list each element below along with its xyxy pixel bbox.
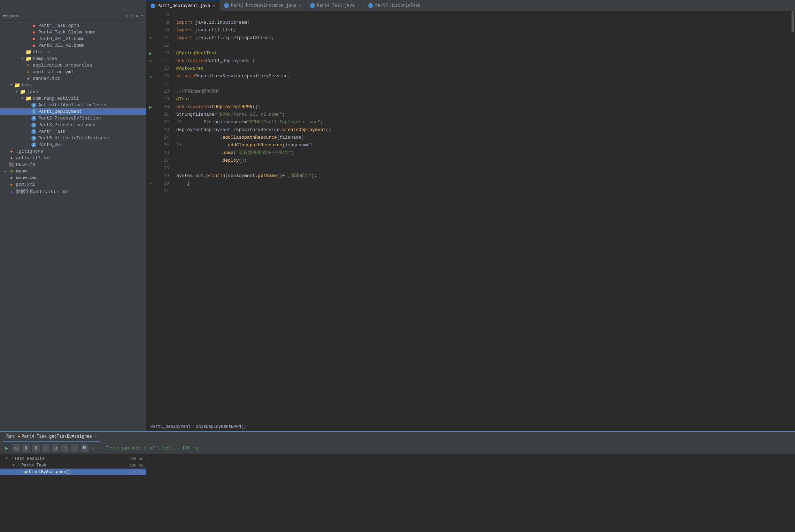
line-num-15: 15 — [156, 65, 169, 72]
tree-label-2: Part6_UEL_V1.bpmn — [38, 36, 85, 41]
tab-close-part3[interactable]: × — [299, 3, 301, 8]
tree-item-19[interactable]: ◆.gitignore — [0, 148, 146, 155]
scroll-indicator[interactable] — [791, 11, 795, 422]
code-line-9: import java.io.InputStream; — [176, 19, 791, 26]
tree-item-11[interactable]: ▼📁com.rang.activiti — [0, 95, 146, 102]
run-tab-active[interactable]: Run: ◆ Part4_Task.getTaskByAssignee × — [3, 432, 100, 442]
run-arrow-1: ▼ — [13, 463, 17, 467]
tree-item-8[interactable]: ◆banner.txt — [0, 75, 146, 82]
tree-label-24: pom.xml — [16, 182, 35, 187]
run-label: Run: — [6, 434, 16, 439]
tree-label-23: mvnw.cmd — [16, 175, 38, 180]
run-time-0: 196 ms — [129, 457, 143, 461]
run-test-icon[interactable]: ▶ — [149, 104, 152, 110]
tree-item-9[interactable]: ▼📁test — [0, 82, 146, 88]
tree-item-21[interactable]: MDHELP.md — [0, 161, 146, 168]
run-tab-close[interactable]: × — [95, 434, 97, 439]
code-line-19: @Test — [176, 95, 791, 103]
tree-label-22: mvnw — [16, 169, 27, 174]
gutter-line-24 — [146, 134, 155, 141]
tree-item-17[interactable]: CPart5_HistoricTaskInstance — [0, 135, 146, 141]
run-filter-button[interactable]: ⊟ — [52, 444, 59, 452]
tree-item-7[interactable]: ⚙application.yml — [0, 69, 146, 75]
tab-icon-part1 — [150, 3, 155, 8]
run-icon2[interactable]: ↻ — [149, 59, 152, 64]
run-up-button[interactable]: ↑ — [61, 444, 69, 452]
tree-arrow-22: ▶ — [3, 169, 8, 174]
code-line-17 — [176, 80, 791, 88]
gutter-line-25 — [146, 141, 155, 149]
tree-label-16: Part4_Task — [38, 129, 65, 134]
tree-item-22[interactable]: ▶Mmvnw — [0, 168, 146, 175]
run-tree-item-1[interactable]: ▼✓Part4_Task196 ms — [0, 462, 146, 469]
tab-part4[interactable]: Part4_Task.java× — [306, 0, 364, 11]
run-tree-item-0[interactable]: ▼✓Test Results196 ms — [0, 455, 146, 462]
test-status: ✓ Tests passed: 1 of 1 test – 196 ms — [98, 445, 198, 451]
tree-icon-3: ◼ — [31, 43, 37, 48]
tree-arrow-11: ▼ — [20, 97, 25, 100]
tree-item-3[interactable]: ◼Part6_UEL_V2.bpmn — [0, 42, 146, 49]
code-line-31 — [176, 187, 791, 195]
run-rerun-button[interactable]: ⇅ — [22, 444, 30, 452]
tree-icon-13: C — [31, 109, 37, 114]
line-num-10: 10 — [156, 26, 169, 34]
run-icon3[interactable]: ↻ — [149, 74, 152, 79]
globe-icon[interactable]: ⊕ — [126, 14, 128, 18]
settings-icon[interactable]: ⚙ — [136, 14, 138, 18]
run-task-label: Part4_Task.getTaskByAssignee — [22, 434, 92, 439]
tab-close-part4[interactable]: × — [357, 3, 360, 8]
tree-label-3: Part6_UEL_V2.bpmn — [38, 43, 85, 48]
tree-item-14[interactable]: CPart2_ProcessDefinition — [0, 115, 146, 122]
tree-item-15[interactable]: CPart3_ProcessInstance — [0, 122, 146, 128]
tree-item-18[interactable]: CPart6_UEL — [0, 141, 146, 148]
tree-label-18: Part6_UEL — [38, 142, 63, 147]
fold-icon[interactable]: ▼ — [149, 36, 152, 40]
tab-part3[interactable]: Part3_ProcessInstance.java× — [220, 0, 306, 11]
tree-item-2[interactable]: ◼Part6_UEL_V1.bpmn — [0, 36, 146, 42]
tree-item-4[interactable]: 📁static — [0, 49, 146, 55]
gutter-line-28 — [146, 164, 155, 172]
code-line-12 — [176, 42, 791, 49]
run-play-button[interactable]: ▶ — [3, 444, 10, 452]
fold-icon[interactable]: ▼ — [149, 182, 152, 186]
tab-part5[interactable]: Part5_HistoricTask — [364, 0, 425, 11]
code-line-8 — [176, 11, 791, 19]
code-content[interactable]: import java.io.InputStream;import java.u… — [172, 11, 791, 422]
sidebar-title: Project — [3, 14, 19, 18]
tab-icon-part3 — [224, 3, 229, 8]
run-stop-button[interactable]: ⊘ — [13, 444, 20, 452]
tab-close-part1[interactable]: × — [213, 4, 215, 8]
code-line-22: // String imagename="BPMN/Part1_Deployme… — [176, 118, 791, 126]
tree-icon-15: C — [31, 123, 37, 128]
tree-item-13[interactable]: CPart1_Deployment — [0, 108, 146, 115]
layout-icon[interactable]: ⊞ — [131, 14, 133, 18]
run-rerun-failed-button[interactable]: ⇅ — [32, 444, 40, 452]
tree-item-6[interactable]: ⚙application.properties — [0, 62, 146, 69]
line-num-11: 11 — [156, 34, 169, 42]
code-line-11: import java.util.zip.ZipInputStream; — [176, 34, 791, 42]
tree-item-1[interactable]: ◼Part4_Task_Claim.bpmn — [0, 29, 146, 36]
run-tree-item-2[interactable]: ✓getTaskByAssignee()196 ms — [0, 469, 146, 475]
run-sort-button[interactable]: ≡ — [42, 444, 49, 452]
run-down-button[interactable]: ↓ — [71, 444, 79, 452]
code-line-26: .name("流程部署测试UEL任务V2") — [176, 149, 791, 157]
run-search-button[interactable]: 🔍 — [81, 444, 88, 452]
check-icon: ✓ — [98, 446, 101, 451]
tab-part1[interactable]: Part1_Deployment.java× — [146, 0, 220, 11]
tree-item-16[interactable]: CPart4_Task — [0, 128, 146, 135]
minimize-icon[interactable]: − — [141, 14, 143, 18]
bottom-panel: Run: ◆ Part4_Task.getTaskByAssignee × ▶ … — [0, 431, 795, 532]
tree-item-24[interactable]: ◆pom.xml — [0, 181, 146, 188]
sidebar-header: Project ⊕ ⊞ ⚙ − — [0, 11, 146, 21]
tree-item-10[interactable]: ▼📁java — [0, 88, 146, 95]
tree-item-0[interactable]: ◼Part4_Task.bpmn — [0, 22, 146, 29]
tree-label-20: activiti7.iml — [16, 155, 51, 161]
tree-item-23[interactable]: ◆mvnw.cmd — [0, 175, 146, 181]
run-icon[interactable]: ▶ — [149, 51, 152, 56]
gutter-line-21 — [146, 111, 155, 118]
tree-item-25[interactable]: ◆数据字典activiti7.pdm — [0, 188, 146, 195]
gutter-line-29 — [146, 172, 155, 180]
tree-item-20[interactable]: ◆activiti7.iml — [0, 155, 146, 161]
tree-item-12[interactable]: CActiviti7ApplicationTests — [0, 102, 146, 108]
tree-item-5[interactable]: ▼📁templates — [0, 55, 146, 62]
